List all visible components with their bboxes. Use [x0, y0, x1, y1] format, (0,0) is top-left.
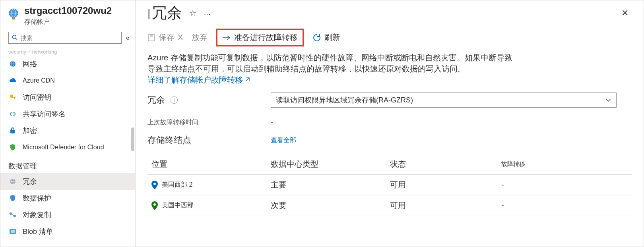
- last-failover-value: -: [271, 118, 274, 127]
- failover-value: -: [501, 201, 605, 210]
- svg-rect-12: [14, 97, 15, 99]
- table-header-row: 位置 数据中心类型 状态 故障转移: [147, 154, 632, 175]
- last-failover-label: 上次故障转移时间: [147, 118, 271, 127]
- sidebar-item-data-protection[interactable]: 数据保护: [0, 190, 135, 206]
- location-name: 美国中西部: [162, 201, 194, 210]
- sidebar-item-label: 数据保护: [23, 193, 51, 203]
- table-row: 美国西部 2 主要 可用 -: [147, 175, 632, 195]
- globe-icon: [8, 60, 17, 68]
- svg-point-27: [153, 183, 156, 185]
- x-icon: X: [178, 33, 183, 42]
- redundancy-select[interactable]: 读取访问权限异地区域冗余存储(RA-GZRS): [271, 93, 617, 108]
- list-icon: [8, 228, 17, 235]
- sidebar-item-blob-inventory[interactable]: Blob 清单: [0, 223, 135, 240]
- account-subtitle: 存储帐户: [24, 18, 112, 26]
- sidebar-nav: security + networking 网络 Azure CDN 访问密钥 …: [0, 48, 135, 247]
- table-row: 美国中西部 次要 可用 -: [147, 195, 632, 216]
- prepare-failover-button[interactable]: 准备进行故障转移: [216, 29, 304, 46]
- refresh-button[interactable]: 刷新: [312, 32, 340, 43]
- sidebar-section-data-management: 数据管理: [0, 156, 135, 173]
- svg-line-19: [12, 214, 14, 216]
- chevron-down-icon: [605, 96, 611, 104]
- sidebar-item-label: 访问密钥: [23, 93, 51, 102]
- cloud-icon: [8, 78, 17, 83]
- location-name: 美国西部 2: [162, 181, 192, 189]
- view-all-endpoints-link[interactable]: 查看全部: [271, 136, 296, 145]
- favorite-star-icon[interactable]: ☆: [189, 8, 196, 18]
- more-menu-icon[interactable]: …: [204, 9, 211, 17]
- th-failover: 故障转移: [501, 160, 605, 168]
- sidebar-item-encryption[interactable]: 加密: [0, 122, 135, 139]
- sidebar-item-object-replication[interactable]: 对象复制: [0, 206, 135, 223]
- failover-value: -: [501, 180, 605, 189]
- main-panel: | 冗余 ☆ … ✕ 保存 X 放弃 准备进行故障转移: [136, 0, 644, 247]
- sidebar-cutoff-text: security + networking: [0, 48, 135, 56]
- sidebar-collapse-button[interactable]: «: [126, 34, 130, 42]
- shield-blue-icon: [8, 195, 17, 202]
- status-value: 可用: [390, 179, 501, 190]
- command-bar: 保存 X 放弃 准备进行故障转移 刷新: [147, 23, 632, 52]
- svg-line-6: [16, 38, 17, 40]
- replicate-icon: [8, 212, 17, 218]
- svg-rect-4: [12, 17, 15, 19]
- external-link-icon: [244, 74, 250, 85]
- sidebar-scrollbar-thumb[interactable]: [131, 127, 134, 151]
- key-icon: [8, 94, 17, 101]
- svg-point-28: [153, 203, 156, 206]
- svg-point-18: [14, 215, 16, 217]
- svg-point-5: [13, 35, 16, 39]
- account-header: strgacct100720wu2 存储帐户: [0, 4, 135, 28]
- th-status: 状态: [390, 159, 501, 170]
- sidebar-item-access-keys[interactable]: 访问密钥: [0, 89, 135, 106]
- sidebar-item-label: 共享访问签名: [23, 109, 66, 119]
- refresh-icon: [312, 33, 321, 42]
- link-icon: [8, 111, 17, 117]
- location-table: 位置 数据中心类型 状态 故障转移 美国西部 2 主要 可用 - 美国中西部: [147, 154, 632, 216]
- svg-point-17: [10, 212, 12, 215]
- lock-icon: [8, 127, 17, 134]
- save-button[interactable]: 保存 X: [147, 32, 183, 43]
- globe-icon: [7, 8, 20, 22]
- redundancy-select-value: 读取访问权限异地区域冗余存储(RA-GZRS): [276, 95, 413, 105]
- sidebar-item-label: Blob 清单: [23, 227, 53, 236]
- sidebar: strgacct100720wu2 存储帐户 « security + netw…: [0, 0, 136, 247]
- svg-rect-13: [10, 130, 15, 133]
- info-icon[interactable]: i: [171, 96, 178, 104]
- svg-rect-25: [150, 35, 153, 37]
- status-value: 可用: [390, 200, 501, 211]
- map-pin-blue-icon: [151, 181, 158, 189]
- sidebar-item-label: Azure CDN: [23, 77, 55, 84]
- sidebar-item-redundancy[interactable]: 冗余: [0, 173, 135, 190]
- sidebar-item-sas[interactable]: 共享访问签名: [0, 106, 135, 122]
- search-input[interactable]: [21, 35, 118, 41]
- discard-button[interactable]: 放弃: [192, 32, 208, 43]
- sidebar-item-label: 对象复制: [23, 210, 51, 220]
- page-title: 冗余: [152, 3, 182, 23]
- account-name: strgacct100720wu2: [24, 5, 112, 16]
- sidebar-item-network[interactable]: 网络: [0, 56, 135, 72]
- save-icon: [147, 34, 155, 42]
- description-text: Azure 存储复制功能可复制数据，以防范暂时性的硬件故障、网络中断或断电和自然…: [147, 52, 621, 85]
- globe-gray-icon: [8, 178, 17, 185]
- search-icon: [12, 35, 17, 41]
- th-dc-type: 数据中心类型: [271, 159, 390, 170]
- sidebar-item-label: 冗余: [23, 177, 37, 186]
- arrow-right-icon: [222, 35, 231, 41]
- sidebar-item-azure-cdn[interactable]: Azure CDN: [0, 72, 135, 89]
- sidebar-item-label: Microsoft Defender for Cloud: [23, 144, 104, 151]
- dc-type-value: 主要: [271, 179, 390, 190]
- sidebar-item-defender[interactable]: Microsoft Defender for Cloud: [0, 139, 135, 156]
- dc-type-value: 次要: [271, 200, 390, 211]
- shield-icon: [8, 144, 17, 151]
- map-pin-green-icon: [151, 201, 158, 210]
- endpoints-label: 存储终结点: [147, 134, 271, 146]
- th-location: 位置: [151, 159, 271, 170]
- sidebar-item-label: 加密: [23, 126, 37, 135]
- sidebar-item-label: 网络: [23, 59, 37, 69]
- close-button[interactable]: ✕: [618, 5, 632, 21]
- sidebar-search[interactable]: [8, 32, 122, 44]
- learn-more-link[interactable]: 详细了解存储帐户故障转移: [147, 74, 250, 85]
- redundancy-label: 冗余 i: [147, 94, 271, 106]
